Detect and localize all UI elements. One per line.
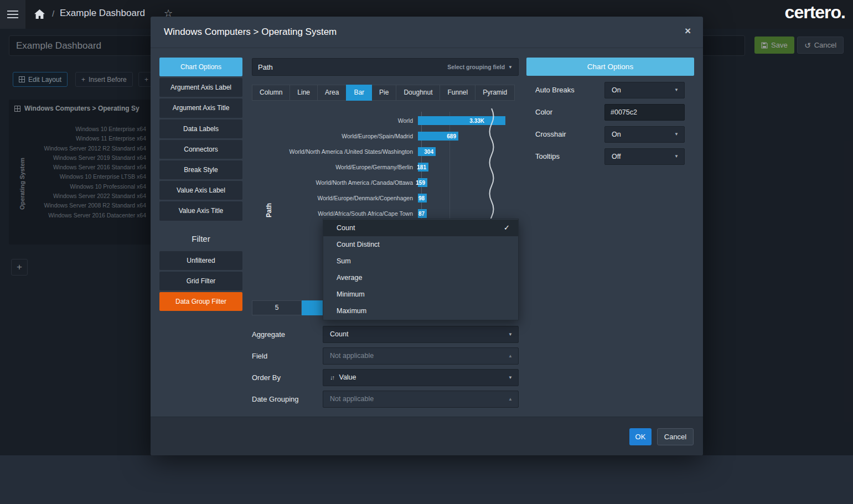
slider-value-box[interactable]: 5 (252, 300, 302, 315)
option-select-value: On (612, 86, 621, 94)
caret-up-icon: ▲ (508, 391, 513, 407)
option-label-color: Color (535, 108, 552, 116)
filter-item-grid-filter[interactable]: Grid Filter (159, 272, 242, 290)
home-icon[interactable] (34, 9, 45, 19)
chart-bar: 3.33K (418, 116, 505, 125)
option-select-value: Off (612, 153, 621, 160)
filter-heading: Filter (159, 234, 242, 243)
chart-bar: 689 (418, 132, 458, 141)
caret-up-icon: ▲ (508, 348, 513, 364)
chart-bar-value: 304 (424, 149, 436, 155)
options-panel-heading: Chart Options (526, 58, 694, 76)
caret-down-icon: ▼ (508, 370, 513, 386)
sidebar-item-argument-axis-label[interactable]: Argument Axis Label (159, 78, 242, 97)
chart-settings-modal: Windows Computers > Operating System × C… (151, 17, 703, 455)
chart-type-tab-pyramid[interactable]: Pyramid (475, 85, 515, 101)
breadcrumb[interactable]: Example Dashboard (60, 8, 145, 19)
chart-bar-value: 181 (417, 164, 428, 170)
chart-category-label: World (252, 117, 418, 124)
chart-bar-value: 98 (418, 195, 427, 201)
chart-category-label: World/North America /Canada/Ottawa (252, 179, 418, 186)
option-select-tooltips[interactable]: Off▼ (604, 148, 685, 165)
chart-bar-value: 159 (416, 180, 427, 186)
chart-type-tab-line[interactable]: Line (289, 85, 318, 101)
aggregate-select[interactable]: Count ▼ (323, 326, 519, 343)
order-by-select-value: Value (339, 373, 356, 381)
grouping-field-placeholder: Select grouping field (447, 64, 505, 70)
menu-item-count-distinct[interactable]: Count Distinct (323, 236, 518, 253)
field-label: Field (252, 352, 267, 360)
sidebar-item-data-labels[interactable]: Data Labels (159, 119, 242, 138)
date-grouping-select-value: Not applicable (330, 395, 374, 403)
field-select-value: Not applicable (330, 352, 374, 360)
option-select-auto-breaks[interactable]: On▼ (604, 82, 685, 98)
modal-cancel-button[interactable]: Cancel (657, 428, 694, 445)
chart-bar-value: 3.33K (469, 118, 505, 124)
menu-item-average[interactable]: Average (323, 269, 518, 286)
aggregate-select-value: Count (330, 330, 348, 338)
chart-bar-row: World3.33K (252, 113, 519, 128)
chart-option-buttons: Chart OptionsArgument Axis LabelArgument… (159, 58, 242, 221)
chart-category-label: World/Europe/Germany/Berlin (252, 164, 418, 170)
chart-bar: 181 (418, 163, 428, 172)
chart-category-label: World/North America /United States/Washi… (252, 148, 418, 155)
chart-bar-value: 87 (418, 211, 427, 217)
menu-item-maximum[interactable]: Maximum (323, 303, 518, 319)
menu-item-minimum[interactable]: Minimum (323, 286, 518, 303)
sort-icon: ↓↑ (330, 374, 334, 381)
modal-footer: OK Cancel (151, 417, 703, 455)
sidebar-item-argument-axis-title[interactable]: Argument Axis Title (159, 98, 242, 117)
option-label-tooltips: Tooltips (535, 152, 560, 160)
sidebar-item-chart-options[interactable]: Chart Options (159, 58, 242, 76)
order-by-select[interactable]: ↓↑ Value ▼ (323, 369, 519, 386)
chart-bar-row: World/North America /Canada/Ottawa159 (252, 175, 519, 190)
date-grouping-label: Date Grouping (252, 395, 299, 403)
chart-type-tab-funnel[interactable]: Funnel (440, 85, 475, 101)
chart-category-label: World/Europe/Spain/Madrid (252, 133, 418, 139)
option-label-crosshair: Crosshair (535, 130, 566, 138)
sidebar-item-value-axis-title[interactable]: Value Axis Title (159, 201, 242, 220)
chart-type-tab-doughnut[interactable]: Doughnut (396, 85, 440, 101)
caret-down-icon: ▼ (674, 149, 679, 164)
aggregate-dropdown-menu: Count✓Count DistinctSumAverageMinimumMax… (323, 219, 519, 320)
option-input-color[interactable]: #0075c2 (604, 104, 685, 121)
chart-bar: 87 (418, 209, 427, 218)
close-icon[interactable]: × (685, 25, 691, 36)
grouping-field-select[interactable]: Path Select grouping field ▼ (252, 58, 519, 76)
chart-bar-value: 689 (447, 133, 458, 139)
sidebar-item-break-style[interactable]: Break Style (159, 160, 242, 179)
breadcrumb-separator: / (52, 9, 54, 18)
chart-bar-row: World/Europe/Germany/Berlin181 (252, 159, 519, 175)
check-icon: ✓ (504, 220, 510, 236)
menu-item-count[interactable]: Count✓ (323, 220, 518, 236)
aggregate-label: Aggregate (252, 330, 285, 339)
chart-type-tab-column[interactable]: Column (252, 85, 290, 101)
filter-item-unfiltered[interactable]: Unfiltered (159, 251, 242, 270)
chart-bar: 159 (418, 178, 427, 187)
filter-buttons: UnfilteredGrid FilterData Group Filter (159, 251, 242, 311)
modal-sidebar: Chart OptionsArgument Axis LabelArgument… (159, 58, 242, 311)
option-select-crosshair[interactable]: On▼ (604, 126, 685, 143)
modal-title: Windows Computers > Operating System (164, 17, 337, 48)
chart-bar-row: World/Europe/Spain/Madrid689 (252, 128, 519, 144)
option-select-value: On (612, 131, 621, 138)
date-grouping-select: Not applicable ▲ (323, 391, 519, 408)
menu-item-sum[interactable]: Sum (323, 253, 518, 269)
ok-button[interactable]: OK (629, 428, 652, 445)
chart-type-tab-pie[interactable]: Pie (371, 85, 396, 101)
menu-icon[interactable] (0, 0, 25, 29)
sidebar-item-value-axis-label[interactable]: Value Axis Label (159, 181, 242, 200)
chart-category-label: World/Europe/Denmark/Copenhagen (252, 195, 418, 201)
order-by-label: Order By (252, 373, 281, 382)
chart-bar: 304 (418, 147, 436, 156)
field-select: Not applicable ▲ (323, 347, 519, 365)
chart-category-label: World/Africa/South Africa/Cape Town (252, 210, 418, 217)
caret-down-icon: ▼ (674, 82, 679, 98)
option-label-auto-breaks: Auto Breaks (535, 86, 575, 94)
chart-type-tab-bar[interactable]: Bar (346, 85, 372, 101)
caret-down-icon: ▼ (508, 326, 513, 342)
filter-item-data-group-filter[interactable]: Data Group Filter (159, 292, 242, 311)
chart-type-tab-area[interactable]: Area (317, 85, 347, 101)
caret-down-icon: ▼ (674, 127, 679, 142)
sidebar-item-connectors[interactable]: Connectors (159, 140, 242, 159)
